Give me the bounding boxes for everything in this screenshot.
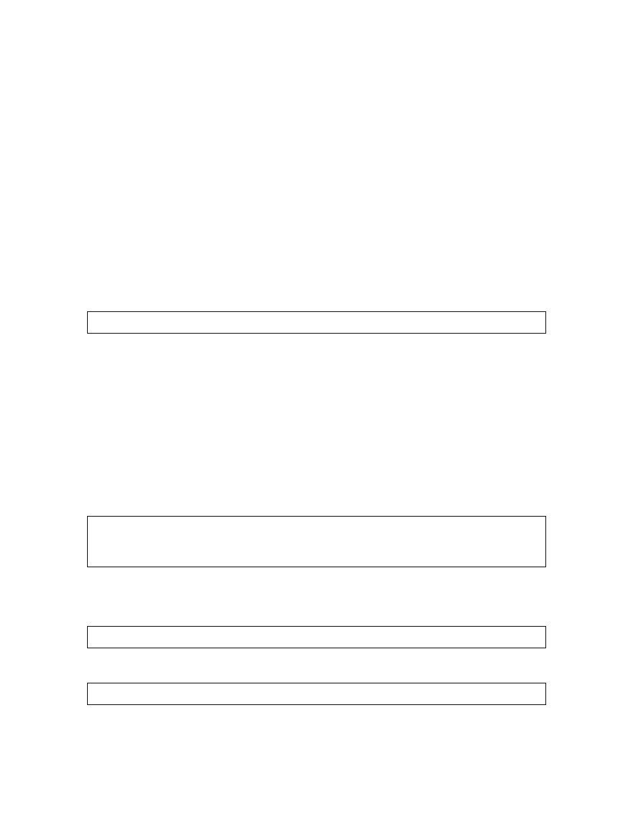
field-box-4[interactable] bbox=[87, 683, 546, 705]
field-box-3[interactable] bbox=[87, 626, 546, 648]
field-box-2[interactable] bbox=[87, 516, 546, 567]
field-box-1[interactable] bbox=[87, 311, 546, 334]
